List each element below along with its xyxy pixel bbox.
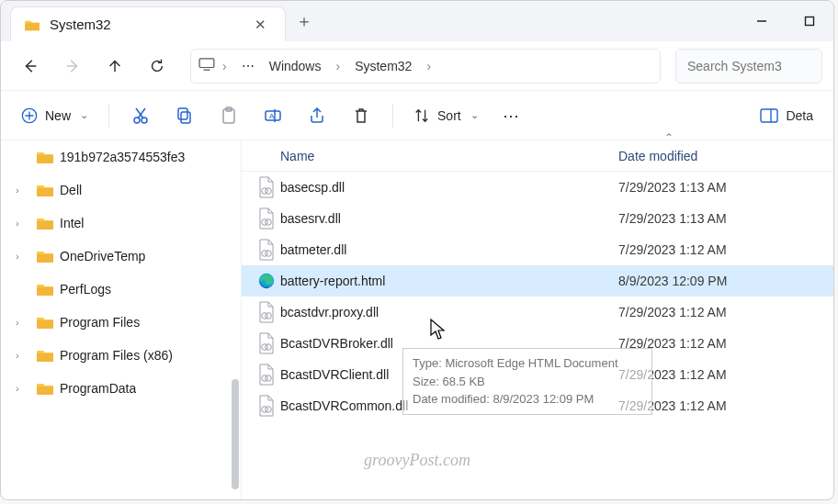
chevron-right-icon[interactable]: › [419, 59, 438, 73]
expand-icon[interactable]: › [16, 383, 30, 394]
edge-icon [242, 271, 280, 291]
file-icon [242, 333, 280, 353]
paste-button[interactable] [210, 99, 247, 132]
content-area: ›191b972a3574553fe3›Dell›Intel›OneDriveT… [1, 140, 833, 499]
tree-scrollbar-thumb[interactable] [232, 379, 239, 489]
toolbar-divider [392, 104, 393, 128]
file-row[interactable]: BcastDVRCommon.dll7/29/2023 1:12 AM [242, 390, 833, 421]
column-name-header[interactable]: Name [242, 149, 609, 163]
share-button[interactable] [299, 99, 335, 132]
svg-point-13 [142, 118, 147, 123]
folder-icon [36, 216, 54, 230]
sort-button-label: Sort [437, 108, 461, 123]
file-row[interactable]: basecsp.dll7/29/2023 1:13 AM [242, 172, 833, 203]
tree-item[interactable]: ›PerfLogs [1, 273, 241, 306]
file-row[interactable]: BcastDVRClient.dll7/29/2023 1:12 AM [242, 359, 833, 390]
search-input[interactable]: Search System3 [675, 49, 822, 84]
expand-icon[interactable]: › [16, 185, 30, 196]
svg-rect-7 [199, 59, 214, 68]
file-row[interactable]: basesrv.dll7/29/2023 1:13 AM [242, 203, 833, 234]
navigation-tree[interactable]: ›191b972a3574553fe3›Dell›Intel›OneDriveT… [1, 140, 242, 499]
file-icon [242, 208, 280, 229]
tree-item-label: Intel [60, 216, 84, 230]
file-icon [242, 240, 280, 260]
up-button[interactable] [96, 48, 133, 84]
folder-icon [36, 249, 54, 263]
new-button-label: New [45, 108, 71, 123]
svg-rect-23 [761, 109, 777, 122]
tree-item-label: Program Files (x86) [60, 348, 173, 363]
pc-icon [198, 58, 215, 73]
svg-rect-4 [806, 17, 814, 26]
file-date: 7/29/2023 1:12 AM [609, 367, 833, 382]
tab-close-button[interactable]: ✕ [248, 17, 272, 33]
file-name: BcastDVRBroker.dll [280, 336, 609, 351]
tree-item[interactable]: ›Dell [1, 174, 241, 207]
file-name: BcastDVRCommon.dll [280, 398, 609, 413]
folder-icon [36, 315, 54, 330]
chevron-right-icon[interactable]: › [215, 59, 234, 73]
file-name: batmeter.dll [280, 242, 609, 257]
expand-icon[interactable]: › [16, 218, 30, 229]
command-toolbar: New ⌄ A Sort ⌄ ⋯ Deta [1, 91, 833, 140]
breadcrumb-windows[interactable]: Windows [262, 59, 329, 73]
copy-button[interactable] [166, 99, 203, 132]
title-bar: System32 ✕ ＋ [1, 1, 833, 41]
file-date: 7/29/2023 1:12 AM [609, 242, 833, 257]
tree-item[interactable]: ›OneDriveTemp [1, 240, 241, 273]
tree-item-label: Program Files [60, 315, 140, 330]
delete-button[interactable] [343, 99, 379, 132]
column-date-header[interactable]: Date modified [609, 149, 833, 163]
file-name: battery-report.html [280, 274, 609, 288]
file-name: bcastdvr.proxy.dll [280, 305, 609, 319]
tab-title: System32 [50, 17, 239, 32]
sort-indicator-icon: ⌃ [664, 131, 674, 144]
maximize-button[interactable] [786, 1, 833, 41]
rename-button[interactable]: A [255, 99, 291, 132]
tree-item[interactable]: ›Program Files [1, 306, 241, 339]
folder-icon [36, 381, 54, 396]
sort-button[interactable]: Sort ⌄ [406, 99, 486, 132]
file-icon [242, 364, 280, 385]
file-name: basesrv.dll [280, 211, 609, 226]
chevron-right-icon[interactable]: › [328, 59, 347, 73]
new-button[interactable]: New ⌄ [14, 99, 96, 132]
file-row[interactable]: BcastDVRBroker.dll7/29/2023 1:12 AM [242, 328, 833, 359]
expand-icon[interactable]: › [16, 350, 30, 361]
file-row[interactable]: battery-report.html8/9/2023 12:09 PM [242, 265, 833, 297]
minimize-button[interactable] [738, 1, 786, 41]
window-controls [738, 1, 833, 41]
expand-icon[interactable]: › [16, 251, 30, 262]
folder-icon [36, 183, 54, 197]
file-explorer-window: System32 ✕ ＋ › ⋯ Windows › System32 › Se… [0, 0, 834, 500]
new-tab-button[interactable]: ＋ [286, 1, 323, 41]
cut-button[interactable] [122, 99, 159, 132]
breadcrumb-system32[interactable]: System32 [347, 59, 419, 73]
file-date: 7/29/2023 1:13 AM [609, 180, 833, 195]
tree-item[interactable]: ›Intel [1, 207, 241, 240]
more-button[interactable]: ⋯ [493, 99, 530, 132]
file-icon [242, 396, 280, 416]
tab-system32[interactable]: System32 ✕ [10, 6, 286, 41]
search-placeholder: Search System3 [687, 59, 782, 73]
tree-item[interactable]: ›Program Files (x86) [1, 339, 241, 372]
tree-item[interactable]: ›ProgramData [1, 372, 241, 405]
forward-button[interactable] [54, 48, 91, 84]
tree-item-label: ProgramData [60, 381, 136, 396]
back-button[interactable] [12, 48, 49, 84]
file-date: 7/29/2023 1:12 AM [609, 305, 833, 319]
expand-icon[interactable]: › [16, 317, 30, 328]
file-row[interactable]: bcastdvr.proxy.dll7/29/2023 1:12 AM [242, 297, 833, 328]
file-name: BcastDVRClient.dll [280, 367, 609, 382]
file-row[interactable]: batmeter.dll7/29/2023 1:12 AM [242, 234, 833, 265]
file-date: 7/29/2023 1:12 AM [609, 398, 833, 413]
tree-item[interactable]: ›191b972a3574553fe3 [1, 140, 241, 174]
breadcrumb-overflow[interactable]: ⋯ [234, 59, 262, 73]
svg-point-12 [134, 118, 140, 123]
refresh-button[interactable] [139, 48, 176, 84]
address-bar[interactable]: › ⋯ Windows › System32 › [190, 49, 661, 84]
file-date: 8/9/2023 12:09 PM [609, 274, 833, 288]
details-pane-button[interactable]: Deta [753, 99, 821, 132]
toolbar-divider [108, 104, 109, 128]
file-name: basecsp.dll [280, 180, 609, 195]
